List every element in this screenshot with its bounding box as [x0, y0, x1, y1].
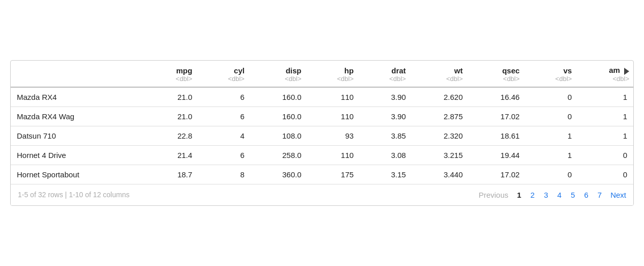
cell-disp: 360.0: [251, 165, 308, 184]
cell-mpg: 22.8: [146, 126, 199, 145]
previous-button[interactable]: Previous: [478, 191, 508, 199]
cell-hp: 175: [308, 165, 360, 184]
cell-qsec: 17.02: [469, 107, 526, 126]
cell-disp: 258.0: [251, 145, 308, 165]
page-1-button[interactable]: 1: [514, 190, 525, 200]
cell-wt: 3.440: [412, 165, 469, 184]
page-6-button[interactable]: 6: [580, 190, 592, 200]
cell-wt: 2.620: [412, 87, 469, 107]
col-header-mpg[interactable]: mpg <dbl>: [146, 61, 199, 87]
page-7-button[interactable]: 7: [594, 190, 605, 200]
cell-hp: 93: [308, 126, 360, 145]
table-row: Hornet 4 Drive21.46258.01103.083.21519.4…: [11, 145, 633, 165]
table-footer: 1-5 of 32 rows | 1-10 of 12 columns Prev…: [11, 184, 633, 205]
cell-disp: 160.0: [251, 87, 308, 107]
cell-vs: 0: [526, 107, 578, 126]
row-count-info: 1-5 of 32 rows | 1-10 of 12 columns: [18, 191, 129, 199]
pagination-controls: Previous 1 2 3 4 5 6 7 Next: [478, 190, 626, 200]
col-header-hp[interactable]: hp <dbl>: [308, 61, 360, 87]
table-row: Hornet Sportabout18.78360.01753.153.4401…: [11, 165, 633, 184]
cell-name: Mazda RX4 Wag: [11, 107, 146, 126]
cell-am: 0: [578, 165, 633, 184]
page-2-button[interactable]: 2: [527, 190, 538, 200]
cell-cyl: 6: [198, 107, 251, 126]
table-row: Mazda RX421.06160.01103.902.62016.4601: [11, 87, 633, 107]
cell-name: Datsun 710: [11, 126, 146, 145]
cell-vs: 1: [526, 145, 578, 165]
cell-vs: 0: [526, 87, 578, 107]
cell-mpg: 21.0: [146, 87, 199, 107]
cell-am: 1: [578, 87, 633, 107]
table-header-row: mpg <dbl> cyl <dbl> disp <dbl> hp <dbl> …: [11, 61, 633, 87]
cell-mpg: 21.0: [146, 107, 199, 126]
col-header-am[interactable]: am <dbl>: [578, 61, 633, 87]
cell-am: 1: [578, 126, 633, 145]
cell-mpg: 21.4: [146, 145, 199, 165]
col-header-name: [11, 61, 146, 87]
cell-name: Hornet 4 Drive: [11, 145, 146, 165]
cell-hp: 110: [308, 107, 360, 126]
cell-vs: 0: [526, 165, 578, 184]
table-row: Datsun 71022.84108.0933.852.32018.6111: [11, 126, 633, 145]
data-table: mpg <dbl> cyl <dbl> disp <dbl> hp <dbl> …: [10, 60, 634, 205]
col-header-wt[interactable]: wt <dbl>: [412, 61, 469, 87]
col-header-cyl[interactable]: cyl <dbl>: [198, 61, 251, 87]
page-4-button[interactable]: 4: [554, 190, 565, 200]
cell-name: Mazda RX4: [11, 87, 146, 107]
cell-qsec: 18.61: [469, 126, 526, 145]
cell-drat: 3.90: [360, 87, 412, 107]
cell-qsec: 17.02: [469, 165, 526, 184]
cell-wt: 2.320: [412, 126, 469, 145]
cell-vs: 1: [526, 126, 578, 145]
cell-drat: 3.90: [360, 107, 412, 126]
cell-drat: 3.15: [360, 165, 412, 184]
page-3-button[interactable]: 3: [540, 190, 551, 200]
cell-hp: 110: [308, 145, 360, 165]
cell-mpg: 18.7: [146, 165, 199, 184]
page-5-button[interactable]: 5: [567, 190, 578, 200]
cell-wt: 3.215: [412, 145, 469, 165]
cell-name: Hornet Sportabout: [11, 165, 146, 184]
col-header-drat[interactable]: drat <dbl>: [360, 61, 412, 87]
cell-wt: 2.875: [412, 107, 469, 126]
cell-hp: 110: [308, 87, 360, 107]
cell-cyl: 6: [198, 145, 251, 165]
cell-cyl: 4: [198, 126, 251, 145]
cell-cyl: 6: [198, 87, 251, 107]
more-columns-arrow-icon[interactable]: [624, 68, 629, 75]
cell-drat: 3.08: [360, 145, 412, 165]
col-header-disp[interactable]: disp <dbl>: [251, 61, 308, 87]
cell-disp: 108.0: [251, 126, 308, 145]
cell-am: 1: [578, 107, 633, 126]
cell-qsec: 16.46: [469, 87, 526, 107]
cell-drat: 3.85: [360, 126, 412, 145]
col-header-vs[interactable]: vs <dbl>: [526, 61, 578, 87]
cell-disp: 160.0: [251, 107, 308, 126]
next-button[interactable]: Next: [610, 191, 626, 199]
col-header-qsec[interactable]: qsec <dbl>: [469, 61, 526, 87]
cell-qsec: 19.44: [469, 145, 526, 165]
cell-cyl: 8: [198, 165, 251, 184]
table-row: Mazda RX4 Wag21.06160.01103.902.87517.02…: [11, 107, 633, 126]
cell-am: 0: [578, 145, 633, 165]
